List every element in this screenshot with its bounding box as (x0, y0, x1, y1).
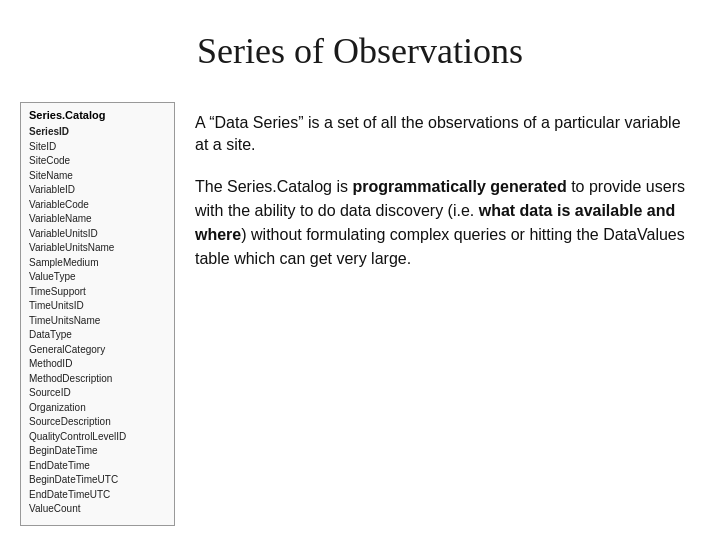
catalog-item: VariableUnitsID (29, 227, 166, 242)
catalog-item: SiteID (29, 140, 166, 155)
catalog-items: SeriesIDSiteIDSiteCodeSiteNameVariableID… (29, 125, 166, 517)
catalog-item: VariableName (29, 212, 166, 227)
catalog-item: SampleMedium (29, 256, 166, 271)
catalog-item: DataType (29, 328, 166, 343)
catalog-item: SeriesID (29, 125, 166, 140)
catalog-title: Series.Catalog (29, 109, 166, 121)
catalog-item: GeneralCategory (29, 343, 166, 358)
catalog-item: MethodID (29, 357, 166, 372)
catalog-item: ValueType (29, 270, 166, 285)
catalog-item: TimeUnitsID (29, 299, 166, 314)
catalog-item: TimeSupport (29, 285, 166, 300)
catalog-item: VariableID (29, 183, 166, 198)
content-area: Series.Catalog SeriesIDSiteIDSiteCodeSit… (0, 92, 720, 526)
catalog-item: TimeUnitsName (29, 314, 166, 329)
catalog-item: EndDateTime (29, 459, 166, 474)
data-series-definition: A “Data Series” is a set of all the obse… (195, 112, 690, 157)
catalog-item: ValueCount (29, 502, 166, 517)
catalog-item: BeginDateTime (29, 444, 166, 459)
catalog-item: VariableUnitsName (29, 241, 166, 256)
series-catalog-box: Series.Catalog SeriesIDSiteIDSiteCodeSit… (20, 102, 175, 526)
catalog-item: SourceDescription (29, 415, 166, 430)
series-catalog-description: The Series.Catalog is programmatically g… (195, 175, 690, 271)
catalog-item: SiteCode (29, 154, 166, 169)
catalog-item: SiteName (29, 169, 166, 184)
catalog-item: SourceID (29, 386, 166, 401)
catalog-item: QualityControlLevelID (29, 430, 166, 445)
catalog-item: MethodDescription (29, 372, 166, 387)
catalog-item: BeginDateTimeUTC (29, 473, 166, 488)
text-area: A “Data Series” is a set of all the obse… (195, 102, 690, 271)
catalog-item: VariableCode (29, 198, 166, 213)
catalog-item: EndDateTimeUTC (29, 488, 166, 503)
catalog-item: Organization (29, 401, 166, 416)
page-title: Series of Observations (0, 0, 720, 92)
